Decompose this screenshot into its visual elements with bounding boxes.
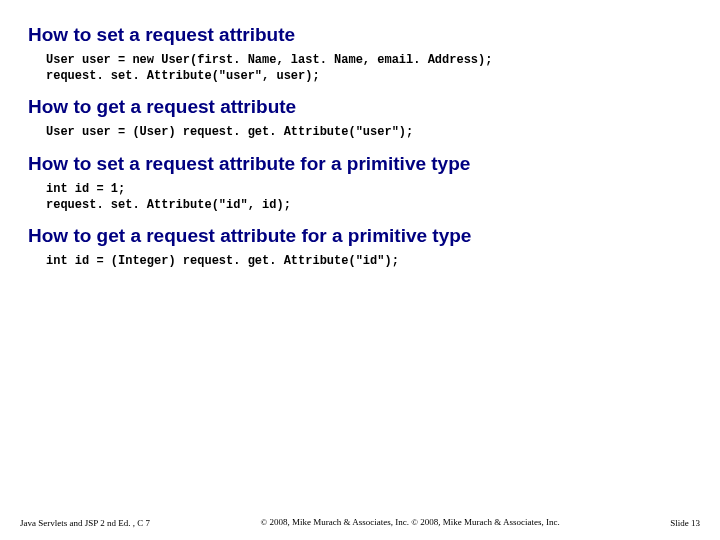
section-heading: How to set a request attribute for a pri… — [28, 153, 692, 175]
section-heading: How to set a request attribute — [28, 24, 692, 46]
section-heading: How to get a request attribute for a pri… — [28, 225, 692, 247]
footer-center: © 2008, Mike Murach & Associates, Inc. ©… — [150, 517, 670, 528]
slide-content: How to set a request attribute User user… — [0, 0, 720, 269]
code-block: User user = (User) request. get. Attribu… — [46, 124, 692, 140]
code-block: User user = new User(first. Name, last. … — [46, 52, 692, 84]
code-block: int id = (Integer) request. get. Attribu… — [46, 253, 692, 269]
slide-footer: Java Servlets and JSP 2 nd Ed. , C 7 © 2… — [0, 517, 720, 528]
footer-left: Java Servlets and JSP 2 nd Ed. , C 7 — [20, 518, 150, 528]
section-heading: How to get a request attribute — [28, 96, 692, 118]
footer-right: Slide 13 — [670, 518, 700, 528]
code-block: int id = 1; request. set. Attribute("id"… — [46, 181, 692, 213]
